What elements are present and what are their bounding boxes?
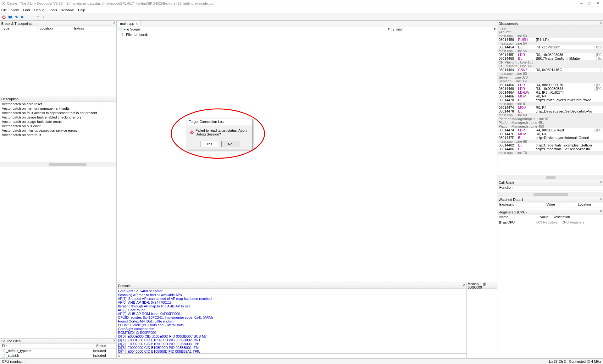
chip-icon: ▬ — [503, 220, 507, 224]
file-icon: 📄 — [1, 354, 5, 358]
power-icon: ⏻ — [190, 130, 194, 134]
dialog-message: Failed to read target status. Abort Debu… — [196, 129, 249, 136]
dialog-target-lost: Target Connection Lost ⏻ Failed to read … — [187, 119, 253, 150]
menu-window[interactable]: Window — [61, 8, 74, 12]
minimize-button[interactable]: — — [580, 1, 583, 5]
code-editor[interactable]: 1 File not found: — [117, 32, 497, 283]
menu-find[interactable]: Find — [23, 8, 30, 12]
power-button[interactable]: ⏻ — [1, 14, 6, 19]
menu-help[interactable]: Help — [78, 8, 85, 12]
list-item[interactable]: Vector catch on interrupt/exception serv… — [0, 128, 116, 133]
app-icon — [1, 1, 6, 6]
disassembly-view[interactable]: main$Thumbmain.cpp , Line 5308014458PUSH… — [497, 26, 603, 175]
breakpoints-columns: Type Location Extras — [0, 26, 116, 31]
menu-tools[interactable]: Tools — [49, 8, 57, 12]
dialog-title: Target Connection Lost — [187, 119, 252, 125]
table-row[interactable]: 📄 _default_types.h included — [0, 349, 116, 353]
file-icon: 📄 — [1, 349, 5, 353]
line-number: 1 — [117, 33, 126, 36]
description-header: Description — [0, 96, 116, 102]
statusbar: CPU running.... Ln 33 Ch 2 Connected @ 4… — [0, 358, 603, 364]
tab-main-cpp[interactable]: main.cpp ✕ — [118, 21, 141, 26]
source-files-header: Source Files ✕ — [0, 339, 116, 344]
status-text: CPU running.... — [2, 360, 25, 363]
close-icon[interactable]: ✕ — [600, 21, 602, 25]
step-button[interactable]: ⤴ — [47, 14, 53, 19]
pause-button[interactable]: ▮▮ — [8, 14, 13, 19]
list-item[interactable]: Vector catch on fault access to coproces… — [0, 111, 116, 115]
menu-file[interactable]: File — [1, 8, 7, 12]
step-out-button[interactable]: ↑ — [41, 14, 46, 19]
chevron-down-icon: ▾ — [388, 27, 390, 31]
cursor-position: Ln 33 Ch 2 — [549, 360, 566, 363]
callstack-header: Call Stack ✕ — [497, 180, 603, 185]
h-scrollbar[interactable] — [497, 192, 603, 197]
registers-header: Registers 1 (CPU) ✕ — [497, 209, 603, 215]
scope-dropdown[interactable]: 📄 File Scope ▾ — [117, 26, 391, 32]
connection-status: Connected @ 4 MHz — [569, 360, 601, 363]
no-button[interactable]: No — [221, 141, 239, 147]
close-icon[interactable]: ✕ — [600, 180, 602, 184]
h-scrollbar[interactable] — [497, 175, 603, 180]
console-input[interactable]: > — [117, 353, 466, 358]
close-button[interactable]: ✕ — [596, 1, 599, 5]
watched-header: Watched Data 1 ✕ — [497, 197, 603, 202]
toolbar: ⏻ ▮▮ ⟲ ▶ | ↓ ↷ ↑ ⤴ — [0, 13, 603, 21]
maximize-button[interactable]: ▢ — [588, 1, 591, 5]
svg-point-1 — [3, 3, 4, 4]
memory-header: Memory 1 @ 00000000 — [467, 283, 497, 289]
breakpoints-header: Break & Tracepoints ✕ — [0, 21, 116, 26]
titlebar: Ozone - The J-Link Debugger V3.26f - Z:/… — [0, 0, 603, 7]
close-icon[interactable]: ✕ — [600, 209, 602, 213]
function-dropdown[interactable]: ƒ main ▾ — [391, 26, 497, 32]
chevron-down-icon: ▾ — [494, 27, 496, 31]
console-header: Console ✕ — [117, 283, 466, 289]
console-output[interactable]: CoreSight SoC-400 or earlierScanning AP … — [117, 289, 466, 353]
close-icon[interactable]: ✕ — [113, 339, 116, 343]
editor-tabs: main.cpp ✕ — [117, 21, 497, 26]
code-line: File not found: — [126, 33, 148, 36]
close-icon[interactable]: ✕ — [113, 21, 116, 25]
reset-button[interactable]: ⟲ — [14, 14, 19, 19]
menu-debug[interactable]: Debug — [34, 8, 44, 12]
close-icon[interactable]: ✕ — [600, 197, 602, 201]
menubar: File View Find Debug Tools Window Help — [0, 7, 603, 13]
description-list: Vector catch on core reset Vector catch … — [0, 102, 116, 137]
h-scrollbar[interactable] — [0, 162, 116, 167]
disassembly-header: Disassembly ✕ — [497, 21, 603, 26]
list-item[interactable]: Vector catch on bus error — [0, 124, 116, 128]
list-item[interactable]: Vector catch on hard fault — [0, 133, 116, 137]
step-into-button[interactable]: ↓ — [29, 14, 34, 19]
list-item[interactable]: Vector catch on memory management faults — [0, 106, 116, 111]
list-item[interactable]: Vector catch on usage fault enabled chec… — [0, 115, 116, 119]
window-title: Ozone - The J-Link Debugger V3.26f - Z:/… — [7, 2, 580, 5]
list-item[interactable]: Vector catch on core reset — [0, 102, 116, 106]
list-item[interactable]: Vector catch on usage fault state errors — [0, 119, 116, 124]
step-over-button[interactable]: ↷ — [35, 14, 40, 19]
table-row[interactable]: 📄 _stdint.h included — [0, 353, 116, 358]
run-button[interactable]: ▶ — [20, 14, 25, 19]
close-icon[interactable]: ✕ — [136, 22, 138, 26]
expand-icon[interactable]: ⊞ — [499, 220, 503, 224]
file-icon: 📄 — [118, 27, 122, 31]
close-icon[interactable]: ✕ — [463, 283, 466, 287]
table-row[interactable]: ⊞ ▬ CPU 663 Registers CPU Registers — [497, 220, 603, 225]
yes-button[interactable]: Yes — [201, 141, 218, 147]
menu-view[interactable]: View — [11, 8, 19, 12]
